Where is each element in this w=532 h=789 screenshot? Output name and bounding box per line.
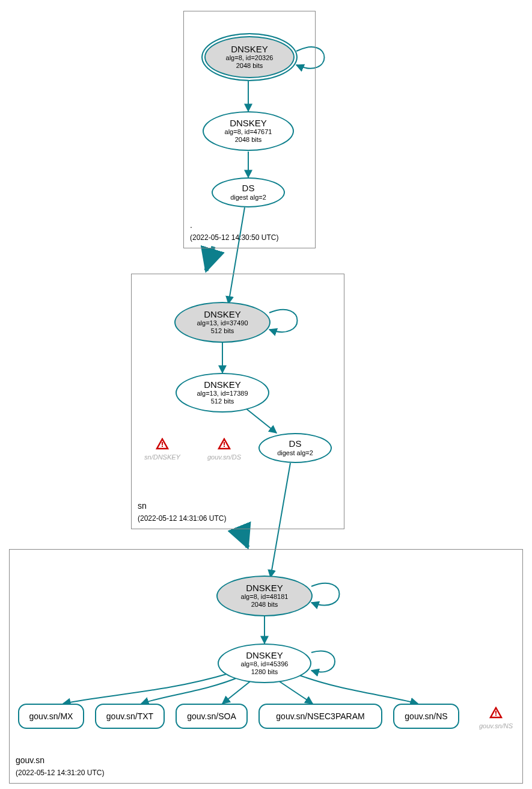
rrset-txt: gouv.sn/TXT — [95, 704, 165, 729]
warning-icon — [156, 438, 169, 450]
svg-rect-0 — [162, 442, 163, 445]
warning-label: gouv.sn/DS — [203, 453, 245, 461]
svg-rect-2 — [224, 442, 225, 445]
node-sn-ds: DS digest alg=2 — [258, 433, 332, 463]
node-line1: digest alg=2 — [230, 194, 266, 201]
node-root-zsk: DNSKEY alg=8, id=47671 2048 bits — [203, 111, 294, 151]
zone-root-time: (2022-05-12 14:30:50 UTC) — [190, 233, 278, 242]
node-title: DNSKEY — [230, 118, 267, 129]
node-gouv-ksk: DNSKEY alg=8, id=48181 2048 bits — [216, 576, 313, 616]
zone-sn-time: (2022-05-12 14:31:06 UTC) — [138, 514, 226, 523]
svg-rect-4 — [495, 711, 497, 714]
node-gouv-zsk: DNSKEY alg=8, id=45396 1280 bits — [218, 643, 311, 683]
node-line2: 2048 bits — [251, 601, 278, 609]
warning-gouv-ns: gouv.sn/NS — [475, 707, 517, 729]
node-root-ksk: DNSKEY alg=8, id=20326 2048 bits — [201, 33, 298, 81]
node-title: DS — [242, 183, 255, 194]
node-sn-ksk: DNSKEY alg=13, id=37490 512 bits — [174, 302, 271, 343]
node-title: DNSKEY — [246, 651, 283, 661]
warning-label: gouv.sn/NS — [475, 722, 517, 729]
warning-gouv-ds: gouv.sn/DS — [203, 438, 245, 461]
rrset-ns: gouv.sn/NS — [393, 704, 459, 729]
zone-root-name: . — [190, 220, 192, 230]
node-line2: 512 bits — [211, 327, 234, 335]
node-root-ds: DS digest alg=2 — [212, 177, 285, 207]
node-line1: alg=8, id=48181 — [241, 593, 289, 601]
warning-icon — [218, 438, 231, 450]
svg-rect-1 — [162, 446, 163, 447]
node-line1: alg=13, id=37490 — [197, 319, 248, 327]
node-title: DNSKEY — [204, 310, 241, 320]
warning-icon — [489, 707, 503, 719]
warning-sn-dnskey: sn/DNSKEY — [141, 438, 183, 461]
zone-gouv-name: gouv.sn — [16, 755, 44, 765]
node-line1: alg=8, id=47671 — [225, 128, 272, 136]
zone-gouv-time: (2022-05-12 14:31:20 UTC) — [16, 769, 104, 777]
node-line2: 2048 bits — [236, 62, 263, 70]
node-line2: 512 bits — [211, 398, 234, 405]
rrset-nsec3param: gouv.sn/NSEC3PARAM — [258, 704, 382, 729]
warning-label: sn/DNSKEY — [141, 453, 183, 461]
zone-sn-name: sn — [138, 501, 147, 511]
node-line1: alg=13, id=17389 — [197, 390, 248, 398]
node-line2: 1280 bits — [251, 668, 278, 676]
node-line1: digest alg=2 — [277, 449, 313, 457]
svg-rect-3 — [224, 446, 225, 447]
node-title: DS — [289, 439, 302, 449]
rrset-mx: gouv.sn/MX — [18, 704, 84, 729]
node-line1: alg=8, id=45396 — [241, 660, 289, 668]
node-title: DNSKEY — [246, 583, 283, 594]
node-title: DNSKEY — [204, 380, 241, 390]
rrset-soa: gouv.sn/SOA — [176, 704, 248, 729]
node-line1: alg=8, id=20326 — [226, 54, 274, 62]
node-title: DNSKEY — [231, 45, 268, 55]
svg-rect-5 — [495, 714, 497, 716]
node-sn-zsk: DNSKEY alg=13, id=17389 512 bits — [176, 373, 269, 413]
node-line2: 2048 bits — [235, 136, 262, 144]
